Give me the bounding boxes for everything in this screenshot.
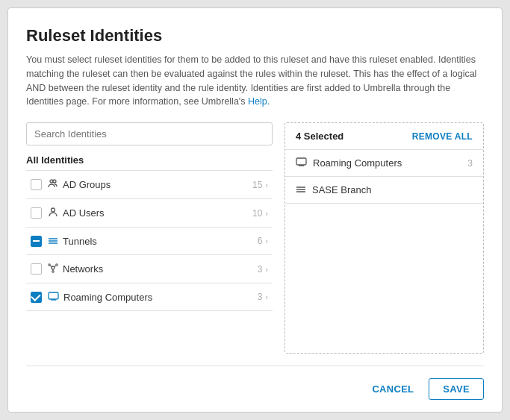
identity-item-networks[interactable]: Networks 3 › xyxy=(26,255,273,283)
all-identities-label: All Identities xyxy=(26,154,273,166)
networks-icon xyxy=(48,263,58,275)
svg-point-8 xyxy=(56,264,57,266)
identity-count-networks: 3 xyxy=(258,264,263,275)
identity-name-ad-users: AD Users xyxy=(63,207,252,219)
checkbox-tunnels[interactable] xyxy=(31,236,42,247)
checkbox-networks[interactable] xyxy=(31,263,42,275)
identity-name-networks: Networks xyxy=(63,263,258,275)
selected-item-sase-branch: SASE Branch xyxy=(285,177,483,204)
chevron-icon-networks: › xyxy=(265,265,268,274)
svg-point-1 xyxy=(53,180,56,183)
selected-count: 4 Selected xyxy=(296,131,343,142)
selected-sase-branch-name: SASE Branch xyxy=(312,184,473,195)
right-panel: 4 Selected REMOVE ALL Roaming Computers … xyxy=(284,122,484,354)
identity-count-ad-groups: 15 xyxy=(252,180,262,190)
modal-body: All Identities AD Groups 15 xyxy=(26,122,484,354)
identity-name-tunnels: Tunnels xyxy=(63,236,258,247)
selected-sase-branch-icon xyxy=(296,184,306,195)
ruleset-identities-modal: Ruleset Identities You must select rules… xyxy=(7,7,503,413)
tunnels-icon xyxy=(48,235,58,247)
ad-groups-icon xyxy=(48,178,58,191)
cancel-button[interactable]: CANCEL xyxy=(366,379,420,399)
checkbox-roaming-computers[interactable] xyxy=(31,292,42,303)
save-button[interactable]: SAVE xyxy=(429,378,484,400)
checkbox-ad-users[interactable] xyxy=(31,207,42,219)
modal-footer: CANCEL SAVE xyxy=(26,366,484,400)
checkbox-ad-groups[interactable] xyxy=(31,179,42,190)
identity-list: AD Groups 15 › AD Users 10 › xyxy=(26,170,273,311)
roaming-computers-icon xyxy=(48,291,59,303)
svg-point-2 xyxy=(52,208,55,212)
identity-item-ad-users[interactable]: AD Users 10 › xyxy=(26,199,273,228)
search-input[interactable] xyxy=(26,122,273,145)
modal-title: Ruleset Identities xyxy=(26,26,484,46)
identity-item-tunnels[interactable]: Tunnels 6 › xyxy=(26,228,273,255)
svg-point-7 xyxy=(49,264,50,266)
identity-count-ad-users: 10 xyxy=(252,208,262,219)
svg-rect-16 xyxy=(296,158,306,165)
identity-name-ad-groups: AD Groups xyxy=(63,179,252,190)
identity-item-roaming-computers[interactable]: Roaming Computers 3 › xyxy=(26,283,273,311)
identity-count-tunnels: 6 xyxy=(258,236,263,246)
svg-rect-13 xyxy=(49,292,58,299)
chevron-icon-ad-groups: › xyxy=(265,181,268,189)
identity-count-roaming-computers: 3 xyxy=(258,292,263,302)
remove-all-button[interactable]: REMOVE ALL xyxy=(412,131,473,142)
help-link[interactable]: Help. xyxy=(248,96,270,107)
selected-roaming-computers-icon xyxy=(296,157,307,169)
identity-name-roaming-computers: Roaming Computers xyxy=(63,292,258,303)
chevron-icon-tunnels: › xyxy=(265,236,268,245)
svg-point-9 xyxy=(52,271,54,272)
selected-header: 4 Selected REMOVE ALL xyxy=(285,123,483,150)
chevron-icon-roaming-computers: › xyxy=(265,292,268,301)
left-panel: All Identities AD Groups 15 xyxy=(26,122,273,354)
selected-roaming-computers-name: Roaming Computers xyxy=(313,157,467,169)
ad-users-icon xyxy=(48,207,58,219)
chevron-icon-ad-users: › xyxy=(265,209,268,218)
modal-description: You must select ruleset identities for t… xyxy=(26,53,484,109)
identity-item-ad-groups[interactable]: AD Groups 15 › xyxy=(26,171,273,199)
selected-item-roaming-computers: Roaming Computers 3 xyxy=(285,150,483,177)
selected-roaming-computers-count: 3 xyxy=(467,158,473,169)
selected-items-list: Roaming Computers 3 SASE Branch xyxy=(285,150,483,353)
